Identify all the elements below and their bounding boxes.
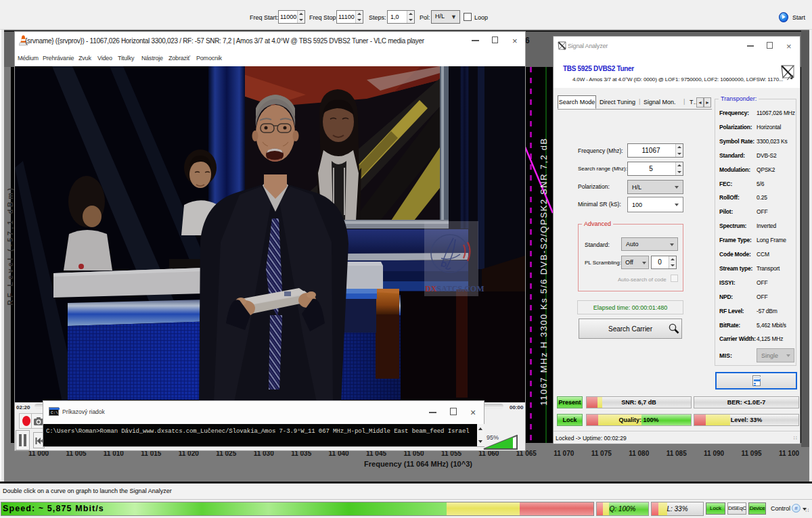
svg-text:DXSATCS.COM: DXSATCS.COM xyxy=(425,284,484,293)
